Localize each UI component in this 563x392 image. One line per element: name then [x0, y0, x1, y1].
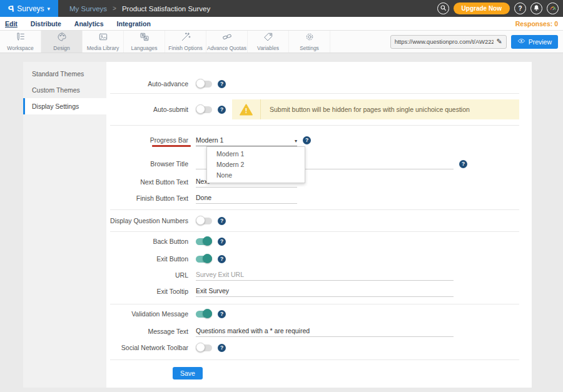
validation-message-row: Validation Message ?: [106, 304, 532, 323]
breadcrumb-separator: >: [113, 5, 116, 12]
tool-settings[interactable]: Settings: [289, 31, 330, 53]
sidebar-item-standard-themes[interactable]: Standard Themes: [23, 66, 106, 82]
usage-meter-button[interactable]: [547, 3, 559, 14]
nav-analytics[interactable]: Analytics: [74, 20, 104, 28]
toggle-knob: [203, 309, 212, 318]
translate-icon: [139, 32, 150, 44]
survey-url-box[interactable]: https://www.questionpro.com/t/AW22Zh44 ✎: [390, 35, 507, 49]
message-text-row: Message Text: [106, 323, 532, 339]
dropdown-option-modern-2[interactable]: Modern 2: [207, 159, 305, 170]
image-icon: [98, 32, 108, 44]
message-text-label: Message Text: [106, 328, 196, 335]
exit-button-row: Exit Button ?: [106, 251, 532, 267]
next-button-text-row: Next Button Text: [106, 173, 532, 190]
svg-text:!: !: [245, 108, 247, 114]
help-icon[interactable]: ?: [459, 160, 467, 168]
tool-media-library[interactable]: Media Library: [83, 31, 124, 53]
toggle-knob: [196, 343, 205, 352]
social-network-toolbar-toggle[interactable]: [196, 344, 212, 351]
auto-submit-toggle[interactable]: [196, 106, 212, 113]
help-icon[interactable]: ?: [218, 310, 226, 318]
help-button[interactable]: ?: [514, 3, 526, 14]
responses-count[interactable]: Responses: 0: [515, 20, 558, 28]
sidebar-item-display-settings[interactable]: Display Settings: [23, 98, 106, 114]
auto-advance-toggle[interactable]: [196, 81, 212, 88]
question-icon: ?: [518, 5, 522, 12]
tool-label: Settings: [300, 45, 319, 51]
tool-label: Design: [53, 45, 69, 51]
sidebar-item-custom-themes[interactable]: Custom Themes: [23, 82, 106, 98]
exit-button-toggle[interactable]: [196, 256, 212, 263]
help-icon[interactable]: ?: [218, 238, 226, 246]
tool-design[interactable]: Design: [41, 31, 83, 53]
back-button-toggle[interactable]: [196, 238, 212, 245]
display-question-numbers-toggle[interactable]: [196, 218, 212, 224]
social-network-toolbar-label: Social Network Toolbar: [106, 344, 196, 351]
nav-integration[interactable]: Integration: [117, 20, 151, 28]
header-actions: Upgrade Now ?: [437, 3, 563, 14]
questionpro-logo-icon: P: [8, 3, 14, 14]
next-button-text-label: Next Button Text: [106, 178, 196, 186]
progress-bar-selected-value: Modern 1: [196, 136, 223, 144]
design-toolbar: Workspace Design Media Library Languages…: [0, 30, 563, 53]
eye-icon: [517, 37, 525, 46]
exit-tooltip-input[interactable]: [196, 286, 454, 297]
tool-languages[interactable]: Languages: [124, 31, 165, 53]
finish-button-text-row: Finish Button Text: [106, 190, 532, 206]
workarea: Standard Themes Custom Themes Display Se…: [0, 53, 563, 392]
progress-bar-select[interactable]: Modern 1 ▾: [196, 134, 297, 146]
save-button[interactable]: Save: [173, 367, 203, 379]
exit-tooltip-label: Exit Tooltip: [106, 288, 196, 295]
survey-nav: Edit Distribute Analytics Integration Re…: [0, 17, 563, 30]
edit-pencil-icon[interactable]: ✎: [496, 38, 502, 46]
dropdown-option-none[interactable]: None: [207, 170, 305, 181]
toggle-knob: [196, 216, 205, 225]
tool-workspace[interactable]: Workspace: [0, 31, 41, 53]
tool-variables[interactable]: Variables: [248, 31, 289, 53]
help-icon[interactable]: ?: [218, 217, 226, 225]
upgrade-now-button[interactable]: Upgrade Now: [454, 3, 510, 14]
tool-advance-quotas[interactable]: Advance Quotas: [206, 31, 248, 53]
exit-tooltip-row: Exit Tooltip: [106, 283, 532, 299]
nav-distribute[interactable]: Distribute: [31, 20, 61, 28]
workspace-icon: [16, 32, 26, 44]
tool-label: Media Library: [87, 45, 119, 51]
dropdown-option-modern-1[interactable]: Modern 1: [207, 149, 305, 159]
help-icon[interactable]: ?: [303, 136, 311, 144]
tool-label: Languages: [131, 45, 157, 51]
tool-finish-options[interactable]: Finish Options: [165, 31, 206, 53]
help-icon[interactable]: ?: [218, 106, 226, 114]
exit-button-label: Exit Button: [106, 255, 196, 263]
chevron-down-icon: ▾: [48, 6, 51, 12]
search-button[interactable]: [437, 3, 449, 14]
app-switcher[interactable]: P Surveys ▾: [0, 0, 58, 17]
preview-button[interactable]: Preview: [511, 35, 558, 49]
browser-title-row: Browser Title ?: [106, 154, 532, 173]
display-settings-panel: Auto-advance ? Auto-submit ? ! Submit b: [106, 62, 532, 388]
exit-url-input[interactable]: [196, 269, 454, 281]
back-button-row: Back Button ?: [106, 232, 532, 251]
page-title: Product Satisfaction Survey: [122, 5, 210, 13]
palette-icon: [57, 32, 67, 44]
help-icon[interactable]: ?: [218, 255, 226, 263]
tag-icon: [263, 32, 273, 44]
browser-title-label: Browser Title: [106, 160, 196, 168]
message-text-input[interactable]: [196, 326, 454, 337]
nav-edit[interactable]: Edit: [5, 20, 18, 28]
finish-button-text-input[interactable]: [196, 193, 297, 204]
exit-url-row: URL: [106, 267, 532, 283]
breadcrumb-my-surveys[interactable]: My Surveys: [69, 5, 107, 13]
exit-url-label: URL: [106, 271, 196, 279]
top-header: P Surveys ▾ My Surveys > Product Satisfa…: [0, 0, 563, 17]
magic-wand-icon: [181, 32, 191, 44]
validation-message-toggle[interactable]: [196, 311, 212, 318]
tool-label: Finish Options: [168, 45, 202, 51]
auto-submit-warning: ! Submit button will be hidden for pages…: [232, 99, 519, 119]
help-icon[interactable]: ?: [218, 80, 226, 88]
notifications-button[interactable]: [530, 3, 542, 14]
help-icon[interactable]: ?: [218, 344, 226, 352]
progress-bar-dropdown: Modern 1 Modern 2 None: [206, 146, 305, 183]
page: P Surveys ▾ My Surveys > Product Satisfa…: [0, 0, 563, 392]
chevron-down-icon: ▾: [295, 138, 297, 144]
preview-label: Preview: [529, 38, 552, 46]
